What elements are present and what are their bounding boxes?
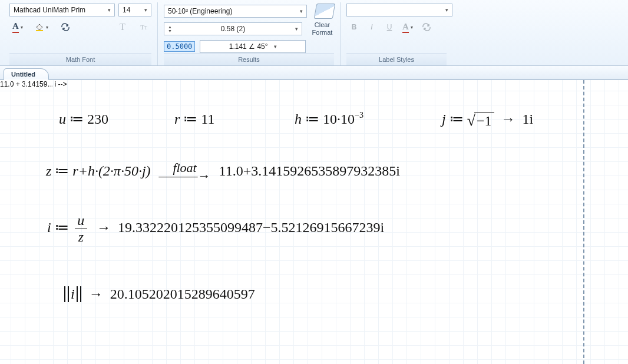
bold-button[interactable]: B (346, 20, 362, 34)
precision-value: 0.58 (2) (221, 25, 245, 33)
group-label: Results (164, 53, 334, 65)
math-region-h[interactable]: h ≔ 10·10−3 (295, 111, 363, 127)
underline-icon: U (387, 23, 392, 31)
label-style-combo[interactable]: ▾ (346, 4, 452, 16)
chevron-down-icon: ▾ (274, 44, 277, 49)
refresh-button[interactable] (57, 20, 74, 34)
number-format-combo[interactable]: 50·10³ (Engineering) ▾ (164, 5, 307, 18)
decrease-size-button[interactable]: TT (136, 20, 151, 34)
label-refresh-button[interactable] (418, 20, 435, 34)
math-region-z[interactable]: z ≔ r+h·(2·π·50·j) float ―――→ 11.0+3.141… (46, 163, 400, 180)
tab-strip: Untitled (0, 66, 628, 80)
clear-format-button[interactable] (315, 4, 334, 19)
font-size-value: 14 (123, 6, 130, 14)
italic-button[interactable]: I (364, 20, 379, 34)
step-up-icon[interactable]: ▲ (168, 25, 172, 29)
group-math-font: Mathcad UniMath Prim ▾ 14 ▾ A ▾ (4, 2, 158, 65)
group-label: Math Font (9, 53, 151, 65)
chevron-down-icon: ▾ (445, 7, 448, 13)
refresh-icon (60, 22, 71, 32)
refresh-icon (421, 22, 432, 32)
paint-bucket-icon (35, 23, 44, 31)
group-label-styles: ▾ B I U A ▾ (341, 2, 452, 65)
precision-combo[interactable]: ▲ ▼ 0.58 (2) ▾ (164, 22, 302, 35)
increase-size-button[interactable]: T (115, 20, 130, 34)
underline-button[interactable]: U (382, 20, 397, 34)
precision-stepper[interactable]: ▲ ▼ (168, 25, 172, 33)
chevron-down-icon: ▾ (21, 25, 23, 30)
float-arrow: float ―――→ (159, 164, 211, 180)
number-format-value: 50·10³ (Engineering) (168, 7, 232, 15)
large-t-icon: T (120, 22, 125, 32)
clear-format-label[interactable]: Clear Format (310, 21, 334, 37)
font-color-icon: A (402, 22, 409, 33)
svg-rect-0 (36, 30, 43, 31)
ribbon: Mathcad UniMath Prim ▾ 14 ▾ A ▾ (0, 0, 628, 66)
group-results: 50·10³ (Engineering) ▾ ▲ ▼ 0.58 (2) ▾ (158, 2, 341, 65)
chevron-down-icon: ▾ (295, 26, 298, 32)
page-boundary (583, 80, 584, 364)
math-region-u[interactable]: u ≔ 230 (59, 111, 108, 127)
chevron-down-icon: ▾ (108, 7, 111, 13)
polar-value: 1.141 ∠ 45° (229, 42, 268, 51)
step-down-icon[interactable]: ▼ (168, 29, 172, 33)
math-region-norm[interactable]: i → 20.105202015289640597 (64, 286, 255, 302)
chevron-down-icon: ▾ (300, 8, 303, 14)
bold-icon: B (352, 23, 357, 31)
math-region-r[interactable]: r ≔ 11 (174, 111, 214, 127)
sqrt-icon: √−1 (467, 112, 494, 130)
tab-title: Untitled (11, 71, 35, 78)
norm-bars: i (64, 286, 81, 302)
worksheet-tab[interactable]: Untitled (4, 68, 49, 80)
font-family-combo[interactable]: Mathcad UniMath Prim ▾ (9, 4, 115, 16)
fraction: u z (75, 213, 87, 245)
italic-icon: I (371, 23, 372, 31)
worksheet-viewport[interactable]: u ≔ 230 r ≔ 11 h ≔ 10·10−3 j ≔ √−1 → 1i … (0, 80, 628, 364)
font-size-combo[interactable]: 14 ▾ (118, 4, 151, 16)
polar-format-combo[interactable]: 1.141 ∠ 45° ▾ (200, 40, 306, 53)
highlight-color-button[interactable]: ▾ (32, 20, 51, 34)
small-t-icon: TT (140, 24, 147, 31)
chevron-down-icon: ▾ (411, 25, 413, 30)
chevron-down-icon: ▾ (144, 7, 147, 13)
math-region-j[interactable]: j ≔ √−1 → 1i (442, 111, 533, 130)
chevron-down-icon: ▾ (46, 25, 48, 30)
group-label: Label Styles (346, 53, 447, 65)
font-family-value: Mathcad UniMath Prim (14, 6, 85, 14)
math-region-i[interactable]: i ≔ u z → 19.332220125355099487−5.521269… (47, 213, 384, 245)
complex-value-box[interactable]: 0.5000 (164, 41, 195, 52)
font-color-icon: A (12, 21, 19, 33)
label-font-color-button[interactable]: A ▾ (399, 20, 416, 34)
font-color-button[interactable]: A ▾ (9, 20, 26, 34)
eraser-icon (314, 4, 336, 19)
